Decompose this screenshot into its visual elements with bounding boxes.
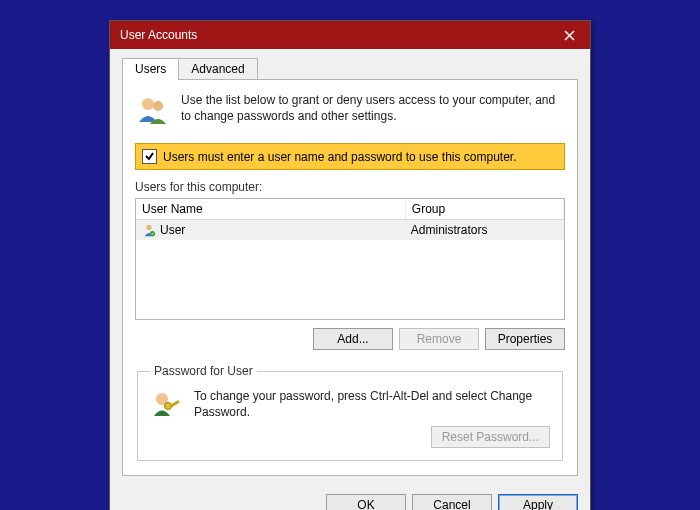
client-area: Users Advanced Use the list below to gra… — [110, 49, 590, 486]
close-button[interactable] — [548, 21, 590, 49]
listview-header[interactable]: User Name Group — [136, 199, 564, 220]
reset-password-button: Reset Password... — [431, 426, 550, 448]
tab-users[interactable]: Users — [122, 58, 179, 80]
add-button[interactable]: Add... — [313, 328, 393, 350]
users-list-label: Users for this computer: — [135, 180, 565, 194]
titlebar[interactable]: User Accounts — [110, 21, 590, 49]
check-icon — [144, 151, 155, 162]
column-group[interactable]: Group — [406, 199, 564, 219]
cell-user-name: User — [160, 223, 185, 237]
require-login-checkbox[interactable] — [142, 149, 157, 164]
properties-button[interactable]: Properties — [485, 328, 565, 350]
intro-row: Use the list below to grant or deny user… — [135, 90, 565, 141]
key-icon — [150, 388, 184, 425]
cancel-button[interactable]: Cancel — [412, 494, 492, 510]
user-accounts-window: User Accounts Users Advanced Use the lis — [109, 20, 591, 510]
window-title: User Accounts — [110, 28, 548, 42]
svg-point-6 — [165, 403, 172, 410]
svg-point-0 — [142, 98, 154, 110]
password-groupbox: Password for User To change your passwor… — [137, 364, 563, 461]
password-group-legend: Password for User — [150, 364, 257, 378]
cell-group: Administrators — [405, 220, 564, 240]
password-help-text: To change your password, press Ctrl-Alt-… — [194, 388, 550, 420]
svg-point-2 — [146, 225, 151, 230]
list-item[interactable]: User Administrators — [136, 220, 564, 240]
tab-advanced[interactable]: Advanced — [178, 58, 257, 80]
users-listview[interactable]: User Name Group User Administrators — [135, 198, 565, 320]
require-login-label: Users must enter a user name and passwor… — [163, 150, 517, 164]
tab-panel-users: Use the list below to grant or deny user… — [122, 79, 578, 476]
dialog-footer: OK Cancel Apply — [110, 486, 590, 510]
svg-point-1 — [153, 101, 163, 111]
user-buttons-row: Add... Remove Properties — [135, 328, 565, 350]
require-login-row[interactable]: Users must enter a user name and passwor… — [135, 143, 565, 170]
apply-button[interactable]: Apply — [498, 494, 578, 510]
remove-button: Remove — [399, 328, 479, 350]
tab-strip: Users Advanced — [122, 58, 578, 80]
close-icon — [564, 30, 575, 41]
column-user-name[interactable]: User Name — [136, 199, 406, 219]
user-icon — [142, 223, 156, 237]
intro-text: Use the list below to grant or deny user… — [181, 92, 565, 131]
users-icon — [135, 92, 171, 131]
ok-button[interactable]: OK — [326, 494, 406, 510]
